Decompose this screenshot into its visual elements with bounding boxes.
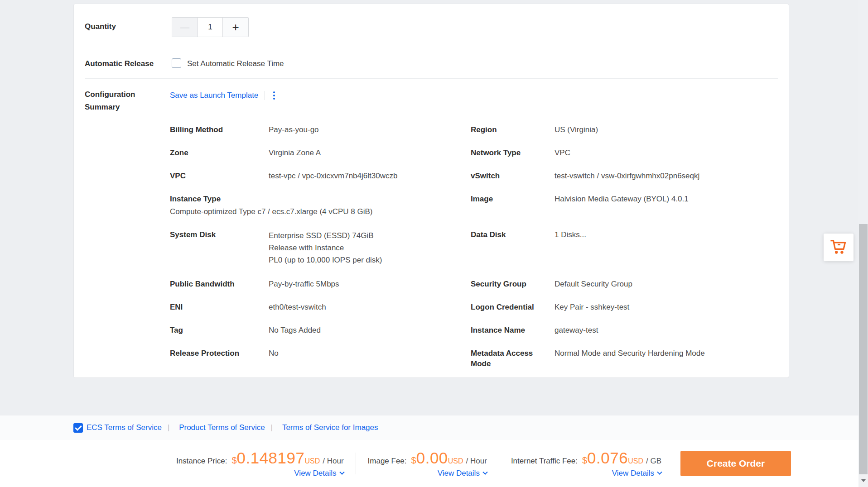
quantity-value[interactable]: 1 (198, 18, 222, 37)
quantity-label: Quantity (85, 21, 116, 32)
quantity-stepper: — 1 + (172, 17, 249, 37)
config-value: 1 Disks... (555, 229, 778, 240)
section-divider (85, 78, 778, 79)
currency-code: USD (628, 457, 643, 465)
chevron-down-icon (482, 470, 487, 475)
create-order-button[interactable]: Create Order (680, 451, 791, 476)
config-value: test-vpc / vpc-0xicxvm7nb4j6lt30wczb (269, 171, 471, 181)
config-value: Virginia Zone A (269, 148, 471, 158)
config-value: No Tags Added (269, 325, 471, 335)
cart-button[interactable] (824, 234, 854, 261)
config-label: Tag (170, 325, 269, 335)
fee-group-internet-traffic: Internet Traffic Fee: $ 0.076 USD / GB V… (511, 449, 661, 478)
config-value: eth0/test-vswitch (269, 302, 471, 312)
terms-of-service-bar: ECS Terms of Service | Product Terms of … (0, 415, 868, 440)
scrollbar[interactable] (858, 0, 868, 487)
link-separator: | (168, 424, 169, 432)
fee-separator (499, 453, 499, 474)
fee-group-image-fee: Image Fee: $ 0.00 USD / Hour View Detail… (368, 449, 487, 478)
config-label: Data Disk (471, 229, 555, 240)
template-actions-row: Save as Launch Template (170, 90, 277, 100)
view-details-link[interactable]: View Details (294, 469, 336, 478)
instance-type-cell: Instance Type Compute-optimized Type c7 … (170, 194, 471, 217)
fee-unit: / Hour (466, 457, 487, 466)
fee-amount: 0.076 (587, 449, 628, 467)
config-value: Enterprise SSD (ESSD) 74GiB Release with… (269, 229, 471, 266)
config-label: Instance Type (170, 194, 471, 204)
config-value: Haivision Media Gateway (BYOL) 4.0.1 (555, 194, 778, 204)
config-label: Network Type (471, 148, 555, 158)
config-label: Billing Method (170, 124, 269, 135)
scrollbar-thumb[interactable] (859, 224, 868, 474)
view-details-link[interactable]: View Details (612, 469, 654, 478)
fee-unit: / Hour (323, 457, 343, 466)
currency-code: USD (448, 457, 463, 465)
config-label: Security Group (471, 279, 555, 289)
fee-label: Internet Traffic Fee: (511, 457, 578, 466)
tos-link-product[interactable]: Product Terms of Service (179, 423, 265, 432)
order-summary-bar: Instance Price: $ 0.148197 USD / Hour Vi… (0, 440, 868, 487)
tos-link-images[interactable]: Terms of Service for Images (282, 423, 378, 432)
configuration-summary-label: Configuration Summary (85, 88, 145, 114)
config-value: US (Virginia) (555, 124, 778, 135)
config-value: Key Pair - sshkey-test (555, 302, 778, 312)
scrollbar-down-button[interactable] (858, 474, 868, 487)
view-details-link[interactable]: View Details (438, 469, 480, 478)
config-label: Instance Name (471, 325, 555, 335)
kebab-menu-icon[interactable] (271, 91, 277, 100)
fee-label: Instance Price: (176, 457, 227, 466)
chevron-down-icon (339, 470, 344, 475)
config-value: Compute-optimized Type c7 / ecs.c7.xlarg… (170, 206, 471, 217)
scroll-down-arrow-icon (861, 479, 866, 482)
config-label: System Disk (170, 229, 269, 240)
order-config-card: Quantity — 1 + Automatic Release Set Aut… (73, 4, 789, 378)
config-label: Zone (170, 148, 269, 158)
config-value: Default Security Group (555, 279, 778, 289)
config-value: Pay-as-you-go (269, 124, 471, 135)
config-value: No (269, 348, 471, 358)
cart-icon (829, 239, 848, 256)
config-label: Region (471, 124, 555, 135)
config-value: test-vswitch / vsw-0xirfgwhmhx02pn6seqkj (555, 171, 778, 181)
save-as-launch-template-link[interactable]: Save as Launch Template (170, 90, 258, 100)
currency-symbol: $ (582, 455, 587, 466)
config-value: Pay-by-traffic 5Mbps (269, 279, 471, 289)
currency-code: USD (304, 457, 320, 465)
config-label: Release Protection (170, 348, 269, 358)
config-label: Logon Credential (471, 302, 555, 312)
config-label: Metadata Access Mode (471, 348, 555, 369)
currency-symbol: $ (231, 455, 236, 466)
config-grid: Billing Method Pay-as-you-go Region US (… (170, 124, 778, 369)
config-value: Normal Mode and Security Hardening Mode (555, 348, 778, 358)
fee-group-instance-price: Instance Price: $ 0.148197 USD / Hour Vi… (176, 449, 344, 478)
currency-symbol: $ (411, 455, 416, 466)
tos-checkbox[interactable] (73, 423, 83, 433)
chevron-down-icon (657, 470, 662, 475)
config-value: gateway-test (555, 325, 778, 335)
fee-amount: 0.00 (416, 449, 448, 467)
fee-label: Image Fee: (368, 457, 407, 466)
config-label: Public Bandwidth (170, 279, 269, 289)
auto-release-checkbox-label[interactable]: Set Automatic Release Time (187, 58, 284, 69)
config-label: vSwitch (471, 171, 555, 181)
quantity-increase-button[interactable]: + (222, 18, 248, 37)
fee-separator (356, 453, 356, 474)
auto-release-checkbox[interactable] (172, 58, 181, 68)
vertical-separator (265, 91, 265, 100)
config-label: ENI (170, 302, 269, 312)
quantity-decrease-button[interactable]: — (172, 18, 198, 37)
config-label: VPC (170, 171, 269, 181)
config-value: VPC (555, 148, 778, 158)
config-label: Image (471, 194, 555, 204)
link-separator: | (271, 424, 273, 432)
tos-link-ecs[interactable]: ECS Terms of Service (87, 423, 162, 432)
automatic-release-label: Automatic Release (85, 58, 154, 69)
fee-amount: 0.148197 (237, 449, 305, 467)
fee-unit: / GB (646, 457, 661, 466)
